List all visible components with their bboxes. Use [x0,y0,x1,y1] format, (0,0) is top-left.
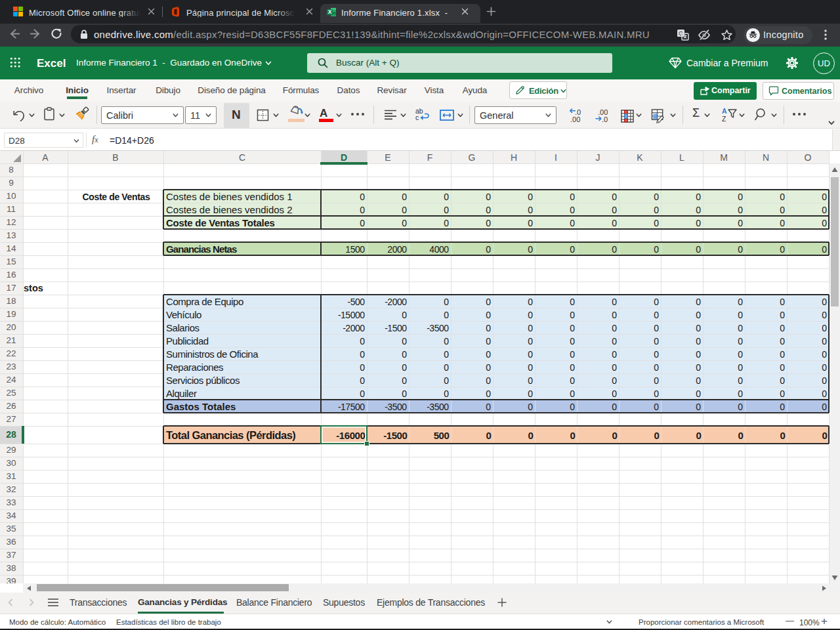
svg-text:.00: .00 [570,116,580,123]
svg-text:Z: Z [722,115,726,122]
svg-text:.0: .0 [602,116,608,123]
svg-text:A: A [722,108,727,115]
svg-text:X: X [328,9,332,15]
svg-text:c: c [415,114,419,121]
